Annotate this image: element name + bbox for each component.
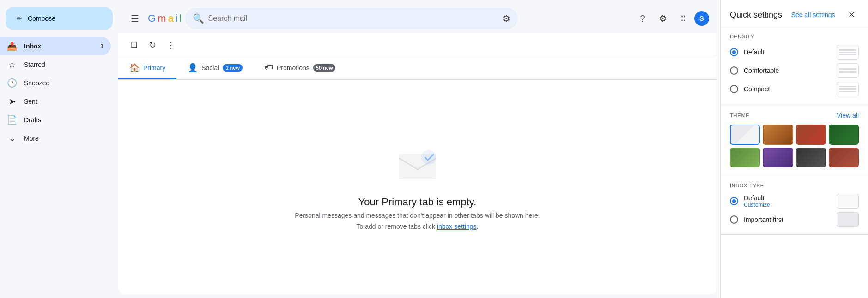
customize-link[interactable]: Customize	[744, 202, 770, 208]
preview-line	[839, 88, 856, 89]
density-label-compact: Compact	[744, 85, 770, 93]
sidebar-item-sent[interactable]: ➤ Sent	[0, 92, 111, 111]
preview-line	[839, 71, 856, 73]
inbox-radio-default	[730, 197, 738, 205]
inbox-icon: 📥	[7, 42, 17, 51]
inbox-settings-link[interactable]: inbox settings	[437, 223, 477, 230]
more-icon: ⋮	[167, 40, 175, 50]
social-tab-icon: 👤	[188, 63, 198, 73]
density-preview-comfortable	[837, 63, 859, 78]
theme-swatch-meadow[interactable]	[730, 148, 760, 168]
logo-letter-a: a	[168, 12, 173, 24]
sidebar-item-starred[interactable]: ☆ Starred	[0, 55, 111, 74]
gmail-logo: Gmail	[148, 12, 182, 24]
send-icon: ➤	[7, 97, 17, 106]
star-icon: ☆	[7, 60, 17, 69]
theme-swatch-warm[interactable]	[829, 148, 859, 168]
sidebar-item-label: Starred	[24, 61, 45, 68]
inbox-option-default[interactable]: Default Customize	[730, 194, 859, 209]
inbox-option-important-first[interactable]: Important first	[730, 212, 859, 227]
gear-icon: ⚙	[659, 13, 667, 24]
chevron-down-icon: ⌄	[7, 134, 17, 143]
close-icon: ✕	[848, 10, 855, 20]
primary-content: Your Primary tab is empty. Personal mess…	[118, 80, 716, 294]
hamburger-icon: ☰	[131, 13, 139, 24]
tab-primary[interactable]: 🏠 Primary	[118, 57, 176, 79]
topbar-left: ☰ Gmail	[126, 9, 182, 28]
sidebar-item-snoozed[interactable]: 🕐 Snoozed	[0, 74, 111, 92]
preview-line	[839, 54, 856, 55]
quick-settings-close-button[interactable]: ✕	[844, 7, 859, 22]
settings-button[interactable]: ⚙	[654, 9, 672, 28]
select-all-checkbox[interactable]: ☐	[126, 37, 142, 54]
more-options-button[interactable]: ⋮	[163, 37, 179, 54]
compose-button[interactable]: ✏ Compose	[6, 7, 113, 30]
search-options-button[interactable]: ⚙	[502, 13, 510, 24]
inbox-option-label-group-default: Default Customize	[744, 194, 770, 208]
empty-title: Your Primary tab is empty.	[358, 196, 477, 208]
density-options: Default Comfortable Compact	[730, 45, 859, 96]
empty-subtitle: Personal messages and messages that don'…	[295, 212, 540, 219]
tab-social-label: Social	[201, 64, 219, 72]
apps-button[interactable]: ⠿	[674, 9, 692, 28]
sidebar-item-drafts[interactable]: 📄 Drafts	[0, 111, 111, 129]
hamburger-button[interactable]: ☰	[126, 9, 144, 28]
inbox-options: Default Customize Important first	[730, 194, 859, 227]
view-all-themes-link[interactable]: View all	[837, 112, 859, 119]
theme-swatch-dark[interactable]	[796, 148, 826, 168]
checkbox-icon: ☐	[131, 41, 137, 49]
sidebar-item-more[interactable]: ⌄ More	[0, 129, 111, 148]
theme-section-title: Theme	[730, 113, 750, 118]
tab-social[interactable]: 👤 Social 1 new	[176, 57, 254, 79]
inbox-type-section-title: Inbox type	[730, 183, 859, 188]
social-badge: 1 new	[223, 64, 243, 72]
theme-swatch-brick[interactable]	[796, 125, 826, 145]
primary-tab-icon: 🏠	[129, 63, 140, 73]
preview-line	[839, 91, 856, 92]
quick-settings-panel: Quick settings See all settings ✕ Densit…	[720, 0, 868, 298]
density-option-compact[interactable]: Compact	[730, 82, 859, 96]
cta-prefix: To add or remove tabs click	[357, 223, 437, 230]
all-settings-link[interactable]: See all settings	[791, 11, 835, 18]
search-icon: 🔍	[193, 13, 204, 24]
density-option-default[interactable]: Default	[730, 45, 859, 60]
tab-promotions-label: Promotions	[277, 64, 310, 72]
svg-point-1	[421, 150, 436, 165]
cta-text: To add or remove tabs click inbox settin…	[357, 223, 479, 230]
sidebar-item-inbox[interactable]: 📥 Inbox 1	[0, 37, 111, 55]
inbox-tabs: 🏠 Primary 👤 Social 1 new 🏷 Promotions 50…	[118, 57, 716, 80]
density-radio-compact	[730, 85, 738, 93]
theme-swatch-default-light[interactable]	[730, 125, 760, 145]
main-content-area: ☰ Gmail 🔍 ⚙ ? ⚙ ⠿ S	[118, 4, 716, 294]
preview-line	[839, 49, 856, 51]
quick-settings-header: Quick settings See all settings ✕	[721, 0, 868, 26]
refresh-button[interactable]: ↻	[144, 37, 161, 54]
inbox-option-label-group-important: Important first	[744, 216, 783, 223]
density-section-title: Density	[730, 34, 859, 39]
theme-swatch-galaxy[interactable]	[763, 148, 793, 168]
avatar[interactable]: S	[694, 11, 709, 26]
sidebar-item-label: Inbox	[24, 42, 41, 50]
preview-line	[839, 68, 856, 70]
density-option-comfortable[interactable]: Comfortable	[730, 63, 859, 78]
inbox-type-preview-default	[837, 194, 859, 209]
search-input[interactable]	[208, 14, 498, 23]
promotions-badge: 50 new	[313, 64, 336, 72]
theme-swatch-autumn[interactable]	[763, 125, 793, 145]
toolbar: ☐ ↻ ⋮	[118, 33, 716, 57]
quick-settings-title: Quick settings	[730, 10, 782, 20]
sidebar-item-label: Sent	[24, 98, 37, 105]
topbar: ☰ Gmail 🔍 ⚙ ? ⚙ ⠿ S	[118, 4, 716, 33]
snooze-icon: 🕐	[7, 78, 17, 88]
sidebar-item-label: Drafts	[24, 116, 41, 124]
preview-line	[839, 89, 856, 90]
tab-promotions[interactable]: 🏷 Promotions 50 new	[254, 57, 347, 79]
inbox-option-label-default: Default	[744, 194, 770, 202]
help-button[interactable]: ?	[633, 9, 652, 28]
compose-icon: ✏	[17, 15, 22, 22]
search-bar[interactable]: 🔍 ⚙	[185, 8, 518, 29]
theme-section: Theme View all	[721, 104, 868, 175]
theme-swatch-forest[interactable]	[829, 125, 859, 145]
preview-line	[839, 52, 856, 53]
promotions-tab-icon: 🏷	[265, 63, 273, 72]
